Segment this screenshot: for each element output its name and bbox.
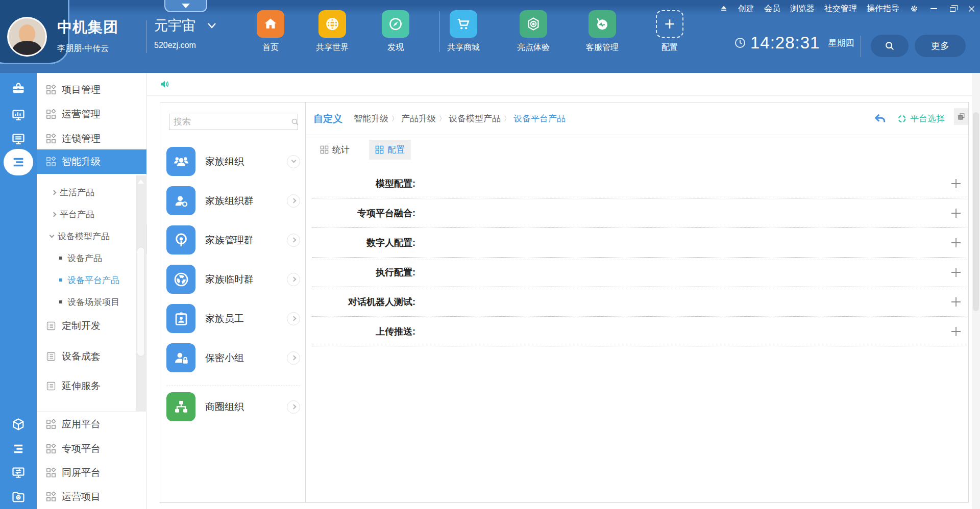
menu-social[interactable]: 社交管理 [824,4,857,14]
bullet-icon [59,300,62,303]
nav-item-highlights[interactable]: 亮点体验 [503,10,564,53]
rail-item-same-screen[interactable] [0,461,37,485]
group-item-confidential-team[interactable]: 保密小组 [166,343,300,372]
workspace-switcher[interactable]: 元宇宙 520ezj.com [154,16,217,50]
sidebar-item-app-platform[interactable]: 应用平台 [37,412,146,437]
sidebar-menu: 项目管理 运营管理 连锁管理 [37,73,146,509]
sidebar-scrollbar[interactable] [136,175,146,411]
sidebar-item-chain-mgmt[interactable]: 连锁管理 [37,126,146,151]
rail-item-operating-projects[interactable] [0,485,37,509]
expand-toggle[interactable] [287,155,300,168]
group-search-input[interactable] [169,117,290,127]
search-button[interactable] [871,35,909,57]
sidebar-item-operation-mgmt[interactable]: 运营管理 [37,102,146,126]
minimize-button[interactable] [929,4,938,13]
workspace-domain: 520ezj.com [154,41,217,50]
expand-toggle[interactable] [287,351,300,365]
rail-item-projects[interactable] [0,77,37,101]
rail-item-operations[interactable] [0,103,37,128]
avatar[interactable] [7,17,47,57]
rail-item-smart-upgrade-selected[interactable] [0,150,37,174]
submenu-device-platform-products[interactable]: 设备平台产品 [37,269,146,291]
close-button[interactable] [967,4,976,13]
breadcrumb-item[interactable]: 设备模型产品 [449,113,501,124]
menu-guide[interactable]: 操作指导 [867,4,899,14]
add-button[interactable] [950,177,962,190]
menu-browser[interactable]: 浏览器 [790,4,815,14]
nav-item-shared-world[interactable]: 共享世界 [302,10,363,53]
chevron-down-icon[interactable] [207,22,217,29]
breadcrumb-item[interactable]: 智能升级 [354,113,388,124]
speaker-icon[interactable] [159,78,172,90]
add-button[interactable] [950,237,962,249]
rail-item-chain[interactable] [0,127,37,151]
chevron-right-icon [291,316,296,321]
pop-out-button[interactable] [954,108,968,125]
submenu-device-scene-projects[interactable]: 设备场景项目 [37,291,146,313]
sidebar-item-smart-upgrade[interactable]: 智能升级 [37,149,146,174]
submenu-life-products[interactable]: 生活产品 [37,182,146,203]
expand-toggle[interactable] [287,194,300,208]
sidebar-item-operating-projects[interactable]: 运营项目 [37,485,146,509]
avatar-face [19,24,35,43]
scrollbar-thumb[interactable] [973,112,979,311]
menu-member[interactable]: 会员 [764,4,780,14]
expand-toggle[interactable] [287,234,300,247]
submenu-extended-services[interactable]: 延伸服务 [37,374,146,398]
sidebar-item-project-mgmt[interactable]: 项目管理 [37,78,146,102]
sidebar-item-label: 智能升级 [62,155,101,168]
nav-item-home[interactable]: 首页 [240,10,301,53]
config-row-chatbot-test: 对话机器人测试: [312,287,967,317]
grid-icon [46,134,56,144]
grid-icon [46,468,56,478]
group-item-family-org-group[interactable]: 家族组织群 [166,186,300,215]
expand-toggle[interactable] [287,312,300,325]
titlebar-notch[interactable] [164,0,207,12]
add-button[interactable] [950,207,962,219]
platform-select-button[interactable]: 平台选择 [897,113,945,124]
eject-icon[interactable] [719,4,728,13]
expand-toggle[interactable] [287,273,300,286]
rail-item-special-platform[interactable] [0,437,37,461]
nav-label: 共享商城 [447,42,480,53]
nav-item-mall[interactable]: 共享商城 [433,10,494,53]
add-button[interactable] [950,266,962,278]
tab-configuration[interactable]: 配置 [369,140,411,160]
scroll-up-icon[interactable] [138,180,144,184]
group-item-family-admin-group[interactable]: 家族管理群 [166,225,300,254]
restore-button[interactable] [948,4,957,13]
submenu-custom-development[interactable]: 定制开发 [37,314,146,338]
nav-item-configure[interactable]: 配置 [639,10,700,53]
menu-create[interactable]: 创建 [738,4,754,14]
sidebar-item-special-platform[interactable]: 专项平台 [37,437,146,461]
group-item-family-org[interactable]: 家族组织 [166,147,300,176]
sidebar-item-same-screen-platform[interactable]: 同屏平台 [37,461,146,485]
submenu-device-model-products[interactable]: 设备模型产品 [37,225,146,247]
scrollbar-thumb[interactable] [137,247,145,357]
submenu-device-products[interactable]: 设备产品 [37,247,146,269]
folder-gear-icon [11,490,26,504]
breadcrumb-item-current[interactable]: 设备平台产品 [513,113,566,124]
nav-item-service[interactable]: 客服管理 [572,10,633,53]
gear-icon[interactable] [909,4,919,14]
group-item-family-staff[interactable]: 家族员工 [166,304,300,333]
search-icon[interactable] [290,117,300,126]
undo-icon[interactable] [872,112,888,125]
grid-icon [46,444,56,454]
nav-item-discover[interactable]: 发现 [365,10,426,53]
group-item-label: 家族管理群 [205,234,254,247]
add-button[interactable] [950,296,962,308]
custom-label[interactable]: 自定义 [313,112,342,125]
breadcrumb-item[interactable]: 产品升级 [401,113,436,124]
add-button[interactable] [950,325,962,338]
group-item-family-temp-group[interactable]: 家族临时群 [166,265,300,294]
more-button[interactable]: 更多 [915,35,966,57]
submenu-platform-products[interactable]: 平台产品 [37,203,146,225]
tab-statistics[interactable]: 统计 [314,140,356,160]
submenu-device-sets[interactable]: 设备成套 [37,344,146,369]
group-item-business-circle-org[interactable]: 商圈组织 [166,392,300,421]
group-search[interactable] [169,114,298,130]
expand-toggle[interactable] [287,400,300,414]
page-scrollbar[interactable] [972,73,980,509]
rail-item-app-platform[interactable] [0,412,37,437]
